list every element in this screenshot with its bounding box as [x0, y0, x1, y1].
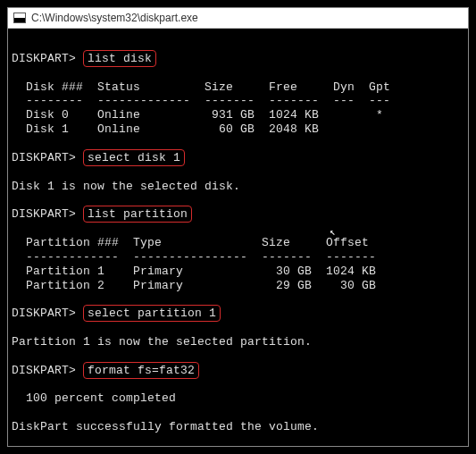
window-title: C:\Windows\system32\diskpart.exe — [31, 12, 198, 24]
message-disk-selected: Disk 1 is now the selected disk. — [12, 180, 240, 193]
message-partition-selected: Partition 1 is now the selected partitio… — [12, 335, 312, 349]
console-window: C:\Windows\system32\diskpart.exe DISKPAR… — [7, 7, 469, 447]
prompt: DISKPART> — [12, 52, 76, 65]
command-select-partition: select partition 1 — [83, 305, 221, 322]
disk-table-divider: -------- ------------- ------- ------- -… — [12, 94, 390, 107]
titlebar[interactable]: C:\Windows\system32\diskpart.exe — [8, 8, 468, 29]
table-row: Partition 1 Primary 30 GB 1024 KB — [12, 265, 376, 278]
prompt: DISKPART> — [12, 207, 76, 221]
prompt: DISKPART> — [12, 151, 76, 164]
partition-table-divider: ------------- ---------------- ------- -… — [12, 250, 376, 264]
prompt: DISKPART> — [12, 307, 76, 320]
command-list-disk: list disk — [83, 50, 156, 67]
table-row: Disk 0 Online 931 GB 1024 KB * — [12, 108, 383, 122]
partition-table-header: Partition ### Type Size Offset — [12, 236, 369, 249]
table-row: Disk 1 Online 60 GB 2048 KB — [12, 122, 319, 136]
message-progress: 100 percent completed — [12, 391, 176, 405]
command-list-partition: list partition — [83, 206, 192, 223]
terminal-output[interactable]: DISKPART> list disk Disk ### Status Size… — [8, 29, 468, 446]
console-icon — [13, 13, 26, 23]
message-done: DiskPart successfully formatted the volu… — [12, 420, 319, 433]
command-format: format fs=fat32 — [83, 362, 199, 379]
disk-table-header: Disk ### Status Size Free Dyn Gpt — [12, 80, 390, 94]
command-select-disk: select disk 1 — [83, 149, 185, 166]
table-row: Partition 2 Primary 29 GB 30 GB — [12, 279, 376, 292]
prompt: DISKPART> — [12, 364, 76, 377]
